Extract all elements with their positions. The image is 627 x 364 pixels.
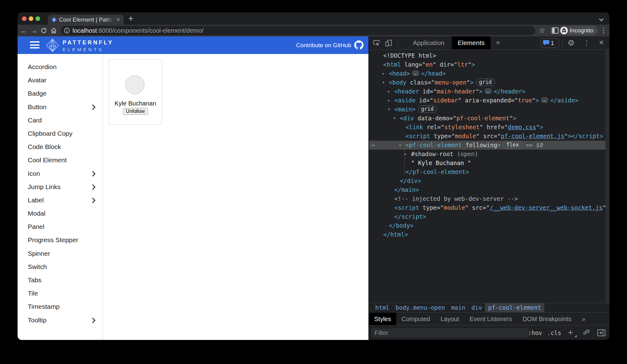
dom-tree-line[interactable]: ⋯▾<pf-cool-element following>flex == $0 [369, 141, 609, 150]
contribute-link[interactable]: Contribute on GitHub [296, 36, 351, 54]
devtools-menu-kebab-icon[interactable]: ⋮ [582, 36, 591, 49]
tab-close-icon[interactable]: × [114, 16, 122, 23]
inline-expand-icon[interactable]: … [484, 88, 492, 94]
inline-expand-icon[interactable]: … [412, 70, 419, 76]
unfollow-button[interactable]: Unfollow [123, 108, 148, 115]
sidebar-item-icon[interactable]: Icon [18, 167, 103, 180]
sidebar-item-cool-element[interactable]: Cool Element [18, 153, 103, 167]
devtools-close-icon[interactable]: × [596, 36, 607, 49]
console-messages-badge[interactable]: 1 [541, 38, 559, 48]
dom-tree-line[interactable]: ▾<main>grid [369, 105, 609, 114]
dom-tree-line[interactable]: ▸<header id="main-header">…</header> [369, 87, 609, 96]
sidebar-item-badge[interactable]: Badge [18, 87, 103, 100]
layout-badge[interactable]: flex [503, 141, 522, 149]
chevron-right-icon[interactable] [90, 171, 95, 176]
dom-tree-line[interactable]: </script> [369, 212, 609, 221]
dock-side-icon[interactable] [597, 329, 605, 337]
breadcrumb-item-body-menu-open[interactable]: body.menu-open [392, 303, 448, 312]
breadcrumb-item-pf-cool-element[interactable]: pf-cool-element [485, 303, 544, 312]
dom-tree-line[interactable]: </div> [369, 176, 609, 185]
toggle-element-classes[interactable]: .cls [547, 325, 561, 340]
site-info-icon[interactable] [64, 27, 70, 35]
site-logo-text[interactable]: PATTERNFLY ELEMENTS [63, 39, 114, 52]
window-zoom-button[interactable] [35, 16, 40, 21]
devtools-tab-application[interactable]: Application [405, 36, 452, 49]
styles-filter-input[interactable] [372, 328, 529, 337]
styles-pane-tab-layout[interactable]: Layout [435, 312, 464, 325]
breadcrumb-item-div[interactable]: div [468, 303, 485, 312]
expand-arrow-icon[interactable]: ▸ [388, 96, 390, 105]
chevron-right-icon[interactable] [90, 197, 95, 203]
dom-tree-line[interactable]: ▾<div data-demo="pf-cool-element"> [369, 114, 609, 123]
sidebar-item-tile[interactable]: Tile [18, 287, 103, 300]
dom-tree-line[interactable]: <script type="module" src="/__web-dev-se… [369, 203, 609, 212]
expand-arrow-icon[interactable]: ▸ [404, 150, 407, 159]
sidebar-item-avatar[interactable]: Avatar [18, 73, 103, 87]
url-text[interactable]: localhost:8000/components/cool-element/d… [73, 26, 204, 35]
sidebar-item-code-block[interactable]: Code Block [18, 140, 103, 153]
sidebar-item-button[interactable]: Button [18, 100, 103, 114]
node-more-actions-icon[interactable]: ⋯ [372, 141, 375, 150]
sidebar-item-modal[interactable]: Modal [18, 207, 103, 220]
styles-pane-tab-styles[interactable]: Styles [369, 312, 396, 325]
bookmark-star-icon[interactable]: ☆ [538, 26, 546, 35]
dom-tree-line[interactable]: </pf-cool-element> [369, 168, 609, 176]
new-tab-button[interactable]: + [126, 14, 135, 23]
sidebar-item-card[interactable]: Card [18, 114, 103, 127]
sidebar-item-label[interactable]: Label [18, 193, 103, 207]
sidebar-item-timestamp[interactable]: Timestamp [18, 300, 103, 313]
chevron-right-icon[interactable] [90, 104, 95, 110]
side-panel-icon[interactable] [552, 27, 558, 35]
dom-tree-line[interactable]: </body> [369, 221, 609, 230]
sidebar-item-accordion[interactable]: Accordion [18, 60, 103, 73]
dom-tree-line[interactable]: <script type="module" src="pf-cool-eleme… [369, 132, 609, 141]
expand-arrow-icon[interactable]: ▸ [382, 69, 385, 78]
rendering-brush-icon[interactable] [583, 329, 590, 338]
expand-arrow-icon[interactable]: ▸ [388, 87, 390, 96]
hamburger-menu-icon[interactable] [30, 41, 39, 49]
collapse-arrow-icon[interactable]: ▾ [388, 105, 390, 114]
styles-pane-tab-computed[interactable]: Computed [396, 312, 435, 325]
browser-menu-kebab-icon[interactable]: ⋮ [600, 26, 607, 35]
dom-tree-line[interactable]: ▸<head>…</head> [369, 69, 609, 78]
styles-pane-tab--[interactable]: » [577, 312, 591, 325]
breadcrumb-item-html[interactable]: html [372, 303, 392, 312]
sidebar-item-tooltip[interactable]: Tooltip [18, 313, 103, 327]
sidebar-item-clipboard-copy[interactable]: Clipboard Copy [18, 127, 103, 140]
device-toolbar-icon[interactable] [385, 39, 392, 48]
dom-tree-line[interactable]: <html lang="en" dir="ltr"> [369, 60, 609, 69]
patternfly-logo-icon[interactable] [45, 38, 60, 54]
sidebar-item-progress-stepper[interactable]: Progress Stepper [18, 233, 103, 246]
incognito-badge[interactable]: Incognito (2) [559, 26, 597, 35]
devtools-settings-gear-icon[interactable]: ⚙ [566, 36, 576, 49]
dom-tree-line[interactable]: </main> [369, 185, 609, 194]
forward-icon[interactable]: → [29, 26, 39, 35]
sidebar-item-switch[interactable]: Switch [18, 260, 103, 273]
breadcrumb-item-main[interactable]: main [448, 303, 468, 312]
sidebar-item-panel[interactable]: Panel [18, 220, 103, 233]
toggle-hover-state[interactable]: :hov [528, 325, 542, 340]
layout-badge[interactable]: grid [418, 105, 437, 113]
chevron-right-icon[interactable] [90, 184, 95, 190]
browser-tab[interactable]: Cool Element | PatternFly Eleme × [48, 15, 124, 25]
styles-pane-tab-event-listeners[interactable]: Event Listeners [464, 312, 517, 325]
dom-tree-line[interactable]: ▾<body class="menu-open">grid [369, 78, 609, 87]
sidebar-item-jump-links[interactable]: Jump Links [18, 180, 103, 193]
styles-pane-tab-dom-breakpoints[interactable]: DOM Breakpoints [517, 312, 577, 325]
sidebar-item-spinner[interactable]: Spinner [18, 247, 103, 260]
dom-tree-line[interactable]: <!DOCTYPE html> [369, 51, 609, 60]
inspect-element-icon[interactable] [373, 39, 380, 48]
chevron-right-icon[interactable] [90, 317, 95, 323]
github-icon[interactable] [354, 40, 363, 51]
inline-expand-icon[interactable]: … [541, 97, 548, 103]
home-icon[interactable] [49, 26, 58, 35]
devtools-tab-elements[interactable]: Elements [452, 36, 491, 49]
dom-tree-line[interactable]: ▸<aside id="sidebar" aria-expanded="true… [369, 96, 609, 105]
address-bar[interactable]: localhost:8000/components/cool-element/d… [61, 26, 535, 35]
new-style-rule-icon[interactable]: + [568, 325, 573, 340]
layout-badge[interactable]: grid [476, 78, 495, 86]
tab-search-chevron-icon[interactable] [599, 17, 604, 23]
back-icon[interactable]: ← [19, 26, 28, 35]
reload-icon[interactable] [39, 26, 48, 35]
window-minimize-button[interactable] [29, 16, 33, 21]
